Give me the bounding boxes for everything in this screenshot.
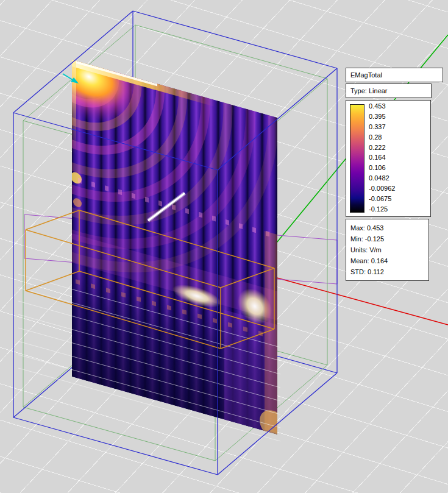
stat-std: STD: 0.112 bbox=[350, 266, 424, 277]
scale-tick: 0.222 bbox=[369, 144, 395, 151]
stat-mean: Mean: 0.164 bbox=[350, 255, 424, 266]
colorbar-tick-labels: 0.453 0.395 0.337 0.28 0.222 0.164 0.106… bbox=[369, 103, 395, 213]
legend-title: EMagTotal bbox=[350, 71, 382, 79]
stat-units: Units: V/m bbox=[350, 244, 424, 255]
scale-tick: 0.453 bbox=[369, 103, 395, 110]
modeler-viewport[interactable]: EMagTotal Type: Linear 0.453 0.395 0.337… bbox=[0, 0, 448, 493]
scale-tick: 0.28 bbox=[369, 134, 395, 141]
stat-max: Max: 0.453 bbox=[350, 222, 424, 233]
scale-tick: -0.0675 bbox=[369, 196, 395, 202]
stat-min: Min: -0.125 bbox=[350, 233, 424, 244]
colorbar bbox=[350, 104, 364, 213]
legend-scale-type: Type: Linear bbox=[350, 87, 388, 94]
scale-tick: 0.395 bbox=[369, 113, 395, 120]
x-axis bbox=[268, 275, 448, 325]
legend-stats-box[interactable]: Max: 0.453 Min: -0.125 Units: V/m Mean: … bbox=[346, 219, 429, 281]
scale-tick: 0.337 bbox=[369, 124, 395, 130]
scale-tick: -0.00962 bbox=[369, 185, 395, 192]
field-plot-legend[interactable]: EMagTotal Type: Linear 0.453 0.395 0.337… bbox=[346, 68, 443, 281]
legend-colorbar-box[interactable]: 0.453 0.395 0.337 0.28 0.222 0.164 0.106… bbox=[346, 100, 431, 217]
scale-tick: 0.106 bbox=[369, 165, 395, 171]
scale-tick: 0.0482 bbox=[369, 175, 395, 182]
scale-tick: 0.164 bbox=[369, 154, 395, 161]
legend-title-box[interactable]: EMagTotal bbox=[346, 68, 443, 82]
scale-tick: -0.125 bbox=[369, 206, 395, 213]
legend-scale-type-box[interactable]: Type: Linear bbox=[346, 83, 432, 98]
